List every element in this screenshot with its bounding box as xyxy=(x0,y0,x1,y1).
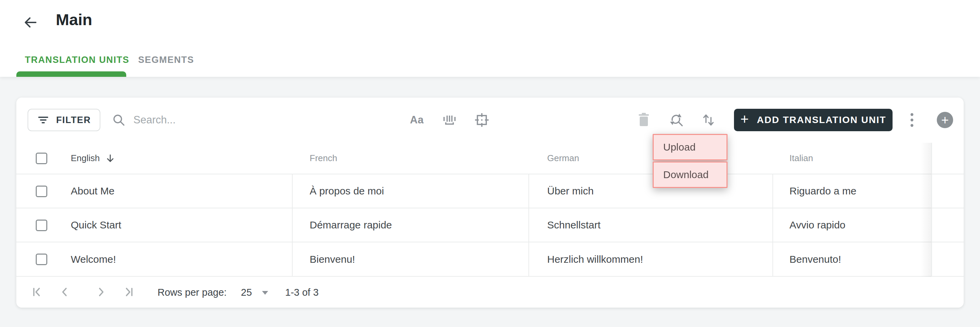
column-divider xyxy=(772,175,773,277)
end-column-divider xyxy=(931,143,932,277)
barcode-view-toggle-button[interactable] xyxy=(438,108,461,132)
crosshair-frame-icon xyxy=(474,112,490,128)
add-translation-unit-button[interactable]: + ADD TRANSLATION UNIT xyxy=(734,109,892,131)
column-header-german-label: German xyxy=(547,153,579,164)
cell-english[interactable]: Welcome! xyxy=(71,242,116,276)
add-circle-plus-icon: + xyxy=(941,114,949,127)
add-circle-button[interactable]: + xyxy=(937,112,953,128)
tab-translation-units[interactable]: TRANSLATION UNITS xyxy=(25,55,129,65)
cell-french[interactable]: Bienvenu! xyxy=(310,242,355,276)
table-row: About Me À propos de moi Über mich Rigua… xyxy=(16,175,964,208)
swap-vertical-icon xyxy=(701,112,716,128)
menu-item-download[interactable]: Download xyxy=(653,162,727,188)
plus-icon: + xyxy=(740,112,749,127)
aa-icon: Aa xyxy=(410,114,424,126)
column-header-french[interactable]: French xyxy=(310,143,337,174)
cell-french[interactable]: Démarrage rapide xyxy=(310,208,392,242)
scroll-shadow xyxy=(920,143,931,277)
column-divider xyxy=(528,175,529,277)
more-options-button[interactable] xyxy=(900,108,924,132)
filter-button-label: FILTER xyxy=(56,115,91,125)
next-page-button[interactable] xyxy=(92,284,109,300)
filter-button[interactable]: FILTER xyxy=(27,109,100,131)
select-all-checkbox[interactable] xyxy=(36,152,47,164)
cell-german[interactable]: Über mich xyxy=(547,175,594,208)
search-icon xyxy=(111,113,126,127)
column-header-italian[interactable]: Italian xyxy=(789,143,813,174)
cell-italian[interactable]: Riguardo a me xyxy=(789,175,856,208)
rows-per-page-select[interactable]: 25 xyxy=(241,287,252,298)
focus-frame-toggle-button[interactable] xyxy=(470,108,494,132)
column-header-german[interactable]: German xyxy=(547,143,579,174)
add-translation-unit-label: ADD TRANSLATION UNIT xyxy=(757,114,886,125)
row-checkbox[interactable] xyxy=(36,254,47,265)
column-header-english[interactable]: English xyxy=(71,143,115,174)
search-box xyxy=(111,109,351,131)
row-checkbox[interactable] xyxy=(36,186,47,197)
text-case-toggle-button[interactable]: Aa xyxy=(405,108,429,132)
table-row: Quick Start Démarrage rapide Schnellstar… xyxy=(16,208,964,242)
cell-english[interactable]: About Me xyxy=(71,175,115,208)
chevron-left-icon xyxy=(59,286,72,298)
back-button[interactable] xyxy=(18,10,43,35)
arrow-left-icon xyxy=(22,14,40,31)
cell-german[interactable]: Herzlich willkommen! xyxy=(547,242,643,276)
column-header-french-label: French xyxy=(310,153,337,164)
last-page-icon xyxy=(122,286,135,298)
table-row: Welcome! Bienvenu! Herzlich willkommen! … xyxy=(16,242,964,277)
barcode-icon xyxy=(441,113,458,127)
filter-icon xyxy=(37,115,49,125)
last-page-button[interactable] xyxy=(120,284,137,300)
trash-icon xyxy=(637,113,650,127)
column-header-english-label: English xyxy=(71,153,100,164)
translation-units-card: FILTER Aa xyxy=(16,98,964,308)
app-bar: Main TRANSLATION UNITS SEGMENTS xyxy=(0,0,980,77)
rows-per-page-label: Rows per page: xyxy=(158,287,227,298)
previous-page-button[interactable] xyxy=(56,284,73,300)
table-header-row: English French German Italian xyxy=(16,143,964,175)
first-page-icon xyxy=(31,286,44,298)
cell-french[interactable]: À propos de moi xyxy=(310,175,384,208)
cell-italian[interactable]: Avvio rapido xyxy=(789,208,846,242)
table-footer: Rows per page: 25 1-3 of 3 xyxy=(16,277,964,308)
cell-italian[interactable]: Benvenuto! xyxy=(789,242,841,276)
cell-german[interactable]: Schnellstart xyxy=(547,208,601,242)
table-toolbar: FILTER Aa xyxy=(16,98,964,143)
tab-segments[interactable]: SEGMENTS xyxy=(138,55,194,65)
first-page-button[interactable] xyxy=(29,284,46,300)
import-export-menu: Upload Download xyxy=(653,134,727,188)
search-input[interactable] xyxy=(134,114,351,126)
active-tab-indicator xyxy=(16,71,126,77)
page-title: Main xyxy=(56,9,92,30)
column-header-italian-label: Italian xyxy=(789,153,813,164)
page-range-label: 1-3 of 3 xyxy=(285,287,318,298)
sort-order-button[interactable] xyxy=(697,108,721,132)
caret-down-icon[interactable] xyxy=(262,291,268,295)
find-replace-button[interactable] xyxy=(665,108,688,132)
screen: Main TRANSLATION UNITS SEGMENTS FILTER xyxy=(0,0,980,327)
kebab-menu-icon xyxy=(910,113,914,127)
find-replace-icon xyxy=(669,112,684,128)
delete-button[interactable] xyxy=(632,108,656,132)
row-checkbox[interactable] xyxy=(36,220,47,231)
arrow-down-icon xyxy=(105,153,115,164)
menu-item-upload[interactable]: Upload xyxy=(653,134,727,160)
cell-english[interactable]: Quick Start xyxy=(71,208,121,242)
chevron-right-icon xyxy=(94,286,107,298)
column-divider xyxy=(292,175,293,277)
